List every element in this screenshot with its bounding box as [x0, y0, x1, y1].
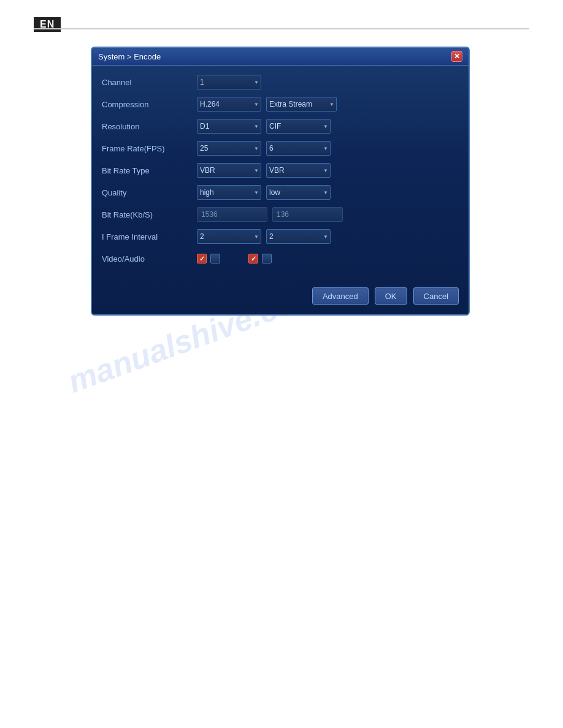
iframe-extra-select-wrapper: 24816 — [266, 229, 331, 244]
quality-extra-select-wrapper: lowmediumhighhighestlowest — [266, 185, 331, 200]
compression-select[interactable]: H.264H.265MJPEG — [197, 97, 261, 112]
resolution-extra-select[interactable]: CIFD1720P — [266, 119, 331, 134]
extra-stream-select[interactable]: Extra StreamMain Stream — [266, 97, 337, 112]
bitrate-controls — [197, 207, 459, 222]
iframe-label: I Frame Interval — [102, 232, 197, 241]
quality-row: Quality highmediumlowhighestlowest lowme… — [102, 184, 459, 200]
top-line — [34, 28, 529, 29]
iframe-main-select[interactable]: 24816 — [197, 229, 261, 244]
framerate-label: Frame Rate(FPS) — [102, 144, 197, 153]
video-main-checkbox[interactable] — [197, 254, 207, 264]
quality-main-select-wrapper: highmediumlowhighestlowest — [197, 185, 261, 200]
bitrate-row: Bit Rate(Kb/S) — [102, 207, 459, 222]
quality-controls: highmediumlowhighestlowest lowmediumhigh… — [197, 185, 459, 200]
iframe-row: I Frame Interval 24816 24816 — [102, 229, 459, 245]
video-audio-label: Video/Audio — [102, 254, 197, 264]
dialog-footer: Advanced OK Cancel — [92, 281, 469, 314]
audio-main-checkbox[interactable] — [210, 254, 220, 264]
framerate-main-select[interactable]: 25151061 — [197, 141, 261, 156]
advanced-button[interactable]: Advanced — [312, 287, 369, 305]
channel-select[interactable]: 1234 — [197, 75, 261, 89]
iframe-controls: 24816 24816 — [197, 229, 459, 244]
framerate-main-select-wrapper: 25151061 — [197, 141, 261, 156]
dialog-title: System > Encode — [98, 52, 161, 61]
resolution-row: Resolution D1720P1080PCIF CIFD1720P — [102, 118, 459, 134]
encode-dialog: System > Encode ✕ Channel 1234 Compressi… — [91, 47, 470, 316]
ok-button[interactable]: OK — [375, 287, 407, 305]
resolution-label: Resolution — [102, 122, 197, 131]
video-audio-row: Video/Audio — [102, 251, 459, 267]
video-extra-checkbox[interactable] — [248, 254, 258, 264]
bitrate-type-controls: VBRCBR VBRCBR — [197, 163, 459, 178]
channel-row: Channel 1234 — [102, 74, 459, 90]
resolution-main-select-wrapper: D1720P1080PCIF — [197, 119, 261, 134]
framerate-extra-select-wrapper: 6101525 — [266, 141, 331, 156]
bitrate-label: Bit Rate(Kb/S) — [102, 210, 197, 219]
close-button[interactable]: ✕ — [451, 51, 462, 62]
audio-extra-checkbox[interactable] — [262, 254, 272, 264]
bitrate-extra-input — [272, 207, 343, 222]
framerate-extra-select[interactable]: 6101525 — [266, 141, 331, 156]
quality-main-select[interactable]: highmediumlowhighestlowest — [197, 185, 261, 200]
bitrate-type-row: Bit Rate Type VBRCBR VBRCBR — [102, 162, 459, 178]
resolution-controls: D1720P1080PCIF CIFD1720P — [197, 119, 459, 134]
bitrate-main-input — [197, 207, 267, 222]
compression-controls: H.264H.265MJPEG Extra StreamMain Stream — [197, 97, 459, 112]
bitrate-type-main-select-wrapper: VBRCBR — [197, 163, 261, 178]
quality-extra-select[interactable]: lowmediumhighhighestlowest — [266, 185, 331, 200]
channel-controls: 1234 — [197, 75, 459, 89]
dialog-titlebar: System > Encode ✕ — [92, 48, 469, 66]
cancel-button[interactable]: Cancel — [413, 287, 459, 305]
framerate-row: Frame Rate(FPS) 25151061 6101525 — [102, 140, 459, 156]
iframe-extra-select[interactable]: 24816 — [266, 229, 331, 244]
resolution-main-select[interactable]: D1720P1080PCIF — [197, 119, 261, 134]
channel-label: Channel — [102, 78, 197, 87]
resolution-extra-select-wrapper: CIFD1720P — [266, 119, 331, 134]
quality-label: Quality — [102, 188, 197, 197]
en-badge: EN — [34, 17, 61, 32]
bitrate-type-extra-select[interactable]: VBRCBR — [266, 163, 331, 178]
video-audio-controls — [197, 254, 459, 264]
compression-row: Compression H.264H.265MJPEG Extra Stream… — [102, 96, 459, 112]
extra-stream-select-wrapper: Extra StreamMain Stream — [266, 97, 337, 112]
compression-select-wrapper: H.264H.265MJPEG — [197, 97, 261, 112]
channel-select-wrapper: 1234 — [197, 75, 261, 89]
framerate-controls: 25151061 6101525 — [197, 141, 459, 156]
dialog-content: Channel 1234 Compression H.264H.265MJPEG — [92, 66, 469, 281]
bitrate-type-label: Bit Rate Type — [102, 166, 197, 175]
bitrate-type-extra-select-wrapper: VBRCBR — [266, 163, 331, 178]
compression-label: Compression — [102, 100, 197, 109]
extra-stream-checkboxes — [248, 254, 272, 264]
main-stream-checkboxes — [197, 254, 220, 264]
bitrate-type-main-select[interactable]: VBRCBR — [197, 163, 261, 178]
iframe-main-select-wrapper: 24816 — [197, 229, 261, 244]
